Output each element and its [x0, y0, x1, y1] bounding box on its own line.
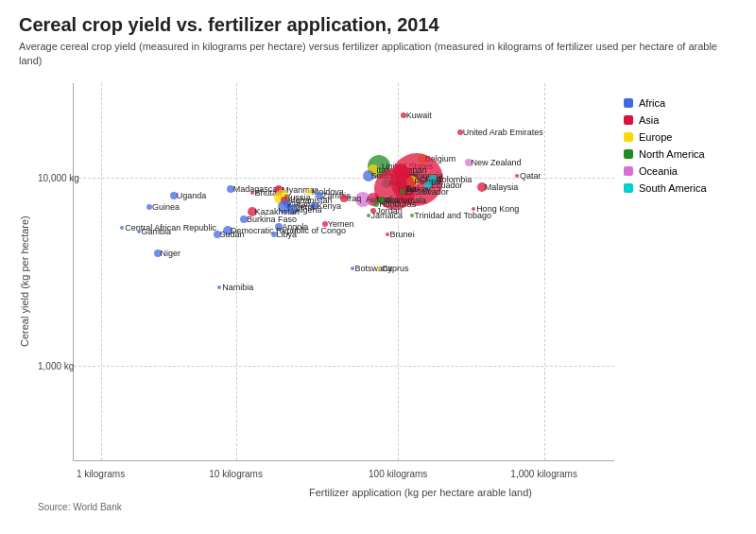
- main-container: Cereal crop yield vs. fertilizer applica…: [0, 0, 756, 534]
- point-label: Gambia: [142, 227, 172, 236]
- x-tick-label: 100 kilograms: [369, 469, 427, 479]
- x-tick-label: 10 kilograms: [209, 469, 263, 479]
- legend-dot: [624, 166, 633, 176]
- data-point: [515, 174, 519, 178]
- data-point: [457, 129, 463, 135]
- data-point: [223, 226, 232, 235]
- data-point: [214, 231, 221, 238]
- data-point: [363, 170, 374, 181]
- point-label: Cyprus: [382, 264, 409, 273]
- x-axis-label: Fertilizer application (kg per hectare a…: [104, 487, 737, 498]
- grid-line-vertical: [544, 83, 545, 460]
- data-point: [465, 159, 472, 166]
- data-point: [271, 232, 277, 237]
- data-point: [227, 185, 234, 193]
- point-label: Qatar: [520, 171, 541, 181]
- data-point: [154, 250, 162, 257]
- point-label: Hong Kong: [476, 204, 519, 214]
- data-point: [370, 208, 376, 214]
- data-point: [217, 285, 221, 289]
- source-label: Source: World Bank: [38, 502, 737, 512]
- y-tick-label: 10,000 kg: [38, 172, 79, 182]
- y-axis-label: Cereal yield (kg per hectare): [19, 78, 38, 485]
- grid-line-vertical: [236, 83, 237, 460]
- legend-label: Oceania: [639, 165, 678, 177]
- point-label: Guinea: [152, 202, 180, 212]
- chart-area: Cereal yield (kg per hectare) 1,000 kg10…: [19, 78, 737, 485]
- plot-container: 1,000 kg10,000 kg1 kilograms10 kilograms…: [73, 83, 614, 461]
- point-label: Namibia: [222, 283, 253, 292]
- data-point: [275, 223, 283, 231]
- data-point: [377, 267, 381, 270]
- legend-label: Asia: [639, 114, 659, 126]
- chart-title: Cereal crop yield vs. fertilizer applica…: [19, 14, 737, 36]
- data-point: [240, 215, 248, 223]
- legend-item-africa: Africa: [624, 97, 737, 109]
- point-label: Uganda: [177, 191, 207, 200]
- grid-line-vertical: [101, 83, 102, 460]
- data-point: [120, 226, 124, 230]
- point-label: Burkina Faso: [247, 215, 297, 224]
- grid-line-vertical: [398, 83, 399, 460]
- legend-item-asia: Asia: [624, 114, 737, 126]
- point-label: Kuwait: [406, 111, 432, 120]
- data-point: [401, 112, 406, 118]
- x-tick-label: 1 kilograms: [77, 469, 125, 479]
- legend: AfricaAsiaEuropeNorth AmericaOceaniaSout…: [614, 78, 737, 485]
- point-label: Brunei: [390, 230, 415, 239]
- point-label: United Arab Emirates: [463, 128, 543, 137]
- point-label: New Zealand: [471, 158, 521, 167]
- point-label: Libya: [277, 230, 298, 239]
- x-tick-label: 1,000 kilograms: [510, 469, 577, 479]
- data-point: [170, 192, 178, 199]
- legend-dot: [624, 183, 633, 193]
- point-label: Yemen: [328, 219, 354, 229]
- legend-label: Africa: [639, 97, 665, 109]
- legend-item-north-america: North America: [624, 148, 737, 160]
- legend-label: Europe: [639, 131, 672, 143]
- point-label: Trinidad and Tobago: [414, 211, 491, 220]
- data-point: [424, 181, 432, 189]
- data-point: [311, 202, 318, 210]
- data-point: [373, 201, 379, 207]
- legend-label: North America: [639, 148, 705, 160]
- data-point: [250, 191, 254, 195]
- data-point: [367, 214, 370, 217]
- data-point: [400, 189, 405, 195]
- data-point: [288, 205, 298, 215]
- point-label: Niger: [161, 249, 181, 258]
- data-point: [477, 182, 487, 192]
- legend-label: South America: [639, 182, 707, 194]
- legend-item-europe: Europe: [624, 131, 737, 143]
- legend-dot: [624, 98, 633, 108]
- legend-item-south-america: South America: [624, 182, 737, 194]
- point-label: Madagascar: [233, 184, 281, 194]
- data-point: [316, 192, 323, 199]
- data-point: [322, 221, 328, 227]
- data-point: [355, 192, 370, 207]
- point-label: Malaysia: [485, 182, 519, 192]
- data-point: [410, 214, 414, 217]
- plot-and-legend: 1,000 kg10,000 kg1 kilograms10 kilograms…: [40, 78, 737, 485]
- data-point: [386, 233, 389, 236]
- point-label: Democratic Republic of Congo: [231, 226, 346, 235]
- data-point: [351, 267, 354, 270]
- data-point: [146, 204, 152, 210]
- point-label: Afghanistan: [287, 196, 333, 205]
- point-label: Botswana: [354, 264, 392, 273]
- y-tick-label: 1,000 kg: [38, 361, 74, 371]
- legend-dot: [624, 115, 633, 125]
- point-label: Kenya: [317, 201, 341, 211]
- chart-subtitle: Average cereal crop yield (measured in k…: [19, 40, 737, 69]
- data-point: [340, 195, 348, 202]
- data-point: [137, 230, 141, 233]
- data-point: [472, 207, 475, 211]
- grid-line-horizontal: [74, 366, 614, 367]
- data-point: [306, 189, 312, 195]
- grid-line-horizontal: [74, 178, 614, 179]
- legend-dot: [624, 132, 633, 142]
- legend-dot: [624, 149, 633, 159]
- data-point: [248, 207, 257, 216]
- point-label: Angola: [282, 222, 308, 232]
- legend-item-oceania: Oceania: [624, 165, 737, 177]
